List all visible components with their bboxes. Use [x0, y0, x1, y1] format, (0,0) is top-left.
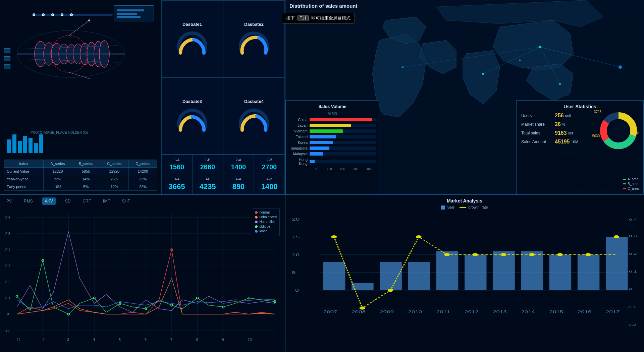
legend-sale: Sale: [441, 205, 454, 210]
tab-crf[interactable]: CRF: [80, 197, 94, 205]
legend-growth-line: [460, 207, 466, 208]
sv-bar-fill-5: [310, 146, 329, 150]
dashboard: PHOTO IMAGE_PLACE HOLDER 002 index A_ser…: [0, 0, 644, 352]
svg-line-15: [69, 20, 89, 36]
us-row-0: Users 256 unit: [521, 113, 592, 119]
tooltip-prefix: 按下: [286, 15, 295, 21]
axis-200: 200: [336, 167, 349, 171]
number-value-5: 4235: [195, 182, 221, 191]
svg-rect-112: [578, 255, 600, 290]
number-cell-1: 1-B 2660: [192, 155, 223, 174]
legend-label-noparallel: Noparallel: [259, 220, 274, 224]
legend-label-b: B_area: [628, 182, 638, 186]
sv-bar-fill-0: [310, 118, 372, 121]
col-header-d: D_series: [128, 160, 157, 168]
user-stats-panel: User Statistics Users 256 unit Market sh…: [516, 100, 644, 194]
legend-growth: growth_rate: [460, 205, 488, 210]
number-value-6: 890: [225, 182, 252, 191]
svg-text:0.5: 0.5: [5, 232, 10, 236]
sales-volume-panel: Sales Volume 销售额 China Japan Vietnam Tai…: [285, 100, 379, 194]
svg-point-116: [388, 289, 393, 292]
cell-0-c: 12920: [100, 168, 128, 175]
legend-dot-normal: [255, 211, 258, 214]
legend-normal: normal: [255, 211, 277, 214]
svg-text:2014: 2014: [521, 310, 535, 314]
number-cell-2: 2-A 1400: [223, 155, 254, 174]
svg-text:4: 4: [93, 338, 95, 342]
mini-bar-7: [39, 134, 43, 153]
sv-country-0: China: [289, 118, 308, 122]
row-label-1: Year-on-year: [4, 175, 44, 183]
svg-text:3: 3: [67, 338, 69, 342]
svg-point-117: [416, 236, 421, 238]
svg-text:20: 20: [292, 217, 300, 221]
sv-row-5: Singapore: [289, 146, 376, 150]
mini-bar-1: [7, 139, 11, 153]
svg-rect-108: [465, 255, 487, 290]
svg-text:-20: -20: [4, 328, 10, 332]
legend-b-area: B_area: [623, 182, 639, 186]
number-id-5: 3-B: [195, 177, 221, 181]
number-cell-0: 1-A 1560: [161, 155, 192, 174]
legend-c-area: C_area: [623, 187, 639, 190]
wave-chart-area: 0.6 0.5 0.4 0.3 0.2 0.1 0 -20 -11 -2 3 4…: [0, 205, 285, 348]
data-table: index A_series B_series C_series D_serie…: [4, 160, 157, 191]
svg-text:2009: 2009: [380, 310, 394, 314]
number-value-3: 2700: [256, 163, 282, 171]
cell-1-b: 14%: [72, 175, 100, 183]
data-table-container: index A_series B_series C_series D_serie…: [0, 160, 161, 194]
svg-text:0: 0: [629, 288, 632, 291]
sales-volume-subtitle: 销售额: [289, 112, 376, 116]
gauge-cell-3: Dasbate3: [161, 77, 223, 155]
sv-bar-bg-6: [310, 152, 376, 156]
tab-shf[interactable]: SHF: [119, 197, 133, 205]
svg-rect-110: [521, 251, 543, 290]
us-label-0: Users: [521, 113, 555, 118]
svg-text:-0.2: -0.2: [627, 323, 636, 327]
legend-oblique: oblique: [255, 225, 277, 228]
us-row-3: Sales Amount 45195 10M: [521, 139, 592, 145]
gauge-cell-4: Dasbate4: [223, 77, 285, 155]
sv-bar-fill-3: [310, 135, 336, 138]
svg-text:0.3: 0.3: [629, 234, 637, 237]
gauges-grid: Dasbate1 Dasbate2 Dasbate3: [161, 0, 285, 155]
sv-bar-fill-7: [310, 160, 315, 163]
tab-pv[interactable]: PV: [4, 197, 14, 205]
svg-text:2010: 2010: [408, 310, 422, 314]
us-unit-2: set: [568, 131, 573, 135]
us-unit-0: unit: [565, 114, 571, 118]
svg-text:0.4: 0.4: [629, 218, 637, 221]
svg-point-119: [473, 253, 478, 256]
tab-akv[interactable]: AKV: [42, 197, 56, 205]
gauges-panel: Dasbate1 Dasbate2 Dasbate3: [161, 0, 285, 194]
tab-imf[interactable]: IMF: [100, 197, 113, 205]
sv-country-5: Singapore: [289, 146, 308, 150]
gauge-svg-1: [175, 30, 209, 56]
sv-country-7: Hong Kong: [289, 158, 308, 166]
market-title: Market Analysis: [289, 198, 640, 203]
wave-tabs: PV RMS AKV SD CRF IMF SHF: [0, 195, 285, 205]
legend-label-oblique: oblique: [259, 225, 270, 228]
number-id-0: 1-A: [164, 158, 190, 162]
svg-point-121: [529, 253, 534, 256]
svg-point-120: [501, 253, 506, 256]
svg-text:6: 6: [145, 338, 147, 342]
svg-point-16: [88, 19, 90, 21]
svg-line-17: [69, 72, 91, 79]
svg-point-35: [608, 121, 629, 141]
svg-text:0.2: 0.2: [5, 280, 10, 284]
svg-text:8: 8: [196, 338, 198, 342]
turbine-svg: [7, 10, 135, 84]
sv-row-6: Malaysia: [289, 152, 376, 156]
sv-bar-fill-4: [310, 141, 333, 144]
sv-bar-fill-2: [310, 129, 343, 133]
market-legend: Sale growth_rate: [289, 205, 640, 210]
tab-rms[interactable]: RMS: [21, 197, 36, 205]
svg-text:15: 15: [292, 235, 300, 239]
svg-text:0.6: 0.6: [5, 216, 10, 220]
svg-text:2007: 2007: [323, 310, 337, 314]
tab-sd[interactable]: SD: [62, 197, 73, 205]
number-cell-4: 3-A 3665: [161, 174, 192, 194]
market-panel: Market Analysis Sale growth_rate: [285, 194, 644, 352]
sv-country-3: Tailand: [289, 135, 308, 139]
